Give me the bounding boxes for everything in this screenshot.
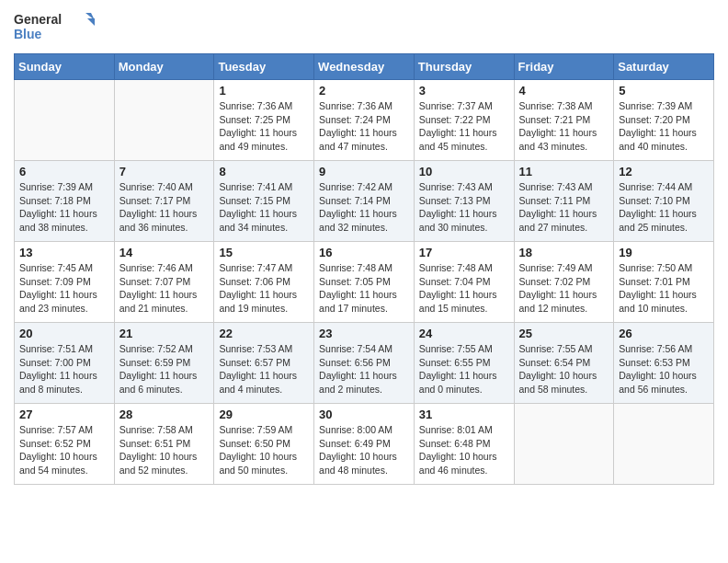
day-info: Sunrise: 7:48 AMSunset: 7:04 PMDaylight:…: [419, 261, 509, 316]
day-number: 30: [319, 408, 409, 421]
calendar-week-row: 20Sunrise: 7:51 AMSunset: 7:00 PMDayligh…: [15, 323, 714, 404]
svg-text:Blue: Blue: [14, 27, 42, 41]
day-info: Sunrise: 7:40 AMSunset: 7:17 PMDaylight:…: [119, 180, 210, 235]
col-header-saturday: Saturday: [614, 54, 714, 80]
day-number: 1: [219, 84, 309, 98]
col-header-wednesday: Wednesday: [314, 54, 415, 80]
day-info: Sunrise: 7:43 AMSunset: 7:13 PMDaylight:…: [419, 180, 509, 235]
logo: General Blue: [14, 9, 97, 46]
calendar-cell: 30Sunrise: 8:00 AMSunset: 6:49 PMDayligh…: [314, 404, 415, 485]
day-info: Sunrise: 7:51 AMSunset: 7:00 PMDaylight:…: [19, 342, 109, 396]
day-number: 2: [319, 84, 409, 98]
day-number: 5: [619, 84, 709, 98]
day-number: 27: [19, 408, 109, 421]
calendar-cell: 1Sunrise: 7:36 AMSunset: 7:25 PMDaylight…: [214, 80, 314, 161]
calendar-cell: 2Sunrise: 7:36 AMSunset: 7:24 PMDaylight…: [314, 80, 415, 161]
col-header-tuesday: Tuesday: [214, 54, 314, 80]
day-number: 21: [119, 327, 210, 340]
day-info: Sunrise: 7:38 AMSunset: 7:21 PMDaylight:…: [519, 99, 609, 154]
day-number: 28: [119, 408, 210, 421]
calendar-cell: 10Sunrise: 7:43 AMSunset: 7:13 PMDayligh…: [414, 161, 514, 242]
col-header-friday: Friday: [514, 54, 614, 80]
day-info: Sunrise: 7:43 AMSunset: 7:11 PMDaylight:…: [519, 180, 609, 235]
day-number: 17: [419, 246, 509, 259]
calendar-cell: [614, 404, 714, 485]
day-info: Sunrise: 7:50 AMSunset: 7:01 PMDaylight:…: [619, 261, 709, 316]
day-number: 25: [519, 327, 609, 340]
day-info: Sunrise: 7:41 AMSunset: 7:15 PMDaylight:…: [219, 180, 309, 235]
logo-graphic: General Blue: [14, 9, 97, 46]
calendar-cell: 31Sunrise: 8:01 AMSunset: 6:48 PMDayligh…: [414, 404, 514, 485]
calendar-week-row: 13Sunrise: 7:45 AMSunset: 7:09 PMDayligh…: [15, 242, 714, 323]
calendar-cell: 9Sunrise: 7:42 AMSunset: 7:14 PMDaylight…: [314, 161, 415, 242]
day-number: 12: [619, 165, 709, 178]
calendar-cell: 16Sunrise: 7:48 AMSunset: 7:05 PMDayligh…: [314, 242, 415, 323]
calendar-cell: 27Sunrise: 7:57 AMSunset: 6:52 PMDayligh…: [15, 404, 115, 485]
calendar-cell: 20Sunrise: 7:51 AMSunset: 7:00 PMDayligh…: [15, 323, 115, 404]
header: General Blue: [14, 9, 714, 46]
calendar-cell: 14Sunrise: 7:46 AMSunset: 7:07 PMDayligh…: [114, 242, 214, 323]
calendar-cell: 19Sunrise: 7:50 AMSunset: 7:01 PMDayligh…: [614, 242, 714, 323]
day-number: 22: [219, 327, 309, 340]
calendar-cell: [514, 404, 614, 485]
day-info: Sunrise: 7:47 AMSunset: 7:06 PMDaylight:…: [219, 261, 309, 316]
day-number: 15: [219, 246, 309, 259]
svg-text:General: General: [14, 12, 62, 27]
calendar-cell: 6Sunrise: 7:39 AMSunset: 7:18 PMDaylight…: [15, 161, 115, 242]
calendar-cell: 22Sunrise: 7:53 AMSunset: 6:57 PMDayligh…: [214, 323, 314, 404]
calendar-cell: 24Sunrise: 7:55 AMSunset: 6:55 PMDayligh…: [414, 323, 514, 404]
calendar-cell: 21Sunrise: 7:52 AMSunset: 6:59 PMDayligh…: [114, 323, 214, 404]
day-info: Sunrise: 7:36 AMSunset: 7:24 PMDaylight:…: [319, 99, 409, 154]
day-number: 14: [119, 246, 210, 259]
svg-marker-3: [87, 18, 95, 26]
calendar-header-row: SundayMondayTuesdayWednesdayThursdayFrid…: [15, 54, 714, 80]
day-number: 10: [419, 165, 509, 178]
day-number: 7: [119, 165, 210, 178]
day-info: Sunrise: 7:48 AMSunset: 7:05 PMDaylight:…: [319, 261, 409, 316]
calendar-cell: 29Sunrise: 7:59 AMSunset: 6:50 PMDayligh…: [214, 404, 314, 485]
calendar-cell: 12Sunrise: 7:44 AMSunset: 7:10 PMDayligh…: [614, 161, 714, 242]
day-number: 18: [519, 246, 609, 259]
day-info: Sunrise: 7:36 AMSunset: 7:25 PMDaylight:…: [219, 99, 309, 154]
day-info: Sunrise: 7:37 AMSunset: 7:22 PMDaylight:…: [419, 99, 509, 154]
calendar-cell: 4Sunrise: 7:38 AMSunset: 7:21 PMDaylight…: [514, 80, 614, 161]
col-header-sunday: Sunday: [15, 54, 115, 80]
calendar-cell: 5Sunrise: 7:39 AMSunset: 7:20 PMDaylight…: [614, 80, 714, 161]
day-info: Sunrise: 7:54 AMSunset: 6:56 PMDaylight:…: [319, 342, 409, 396]
calendar-cell: 7Sunrise: 7:40 AMSunset: 7:17 PMDaylight…: [114, 161, 214, 242]
day-number: 8: [219, 165, 309, 178]
day-number: 11: [519, 165, 609, 178]
col-header-thursday: Thursday: [414, 54, 514, 80]
day-info: Sunrise: 7:46 AMSunset: 7:07 PMDaylight:…: [119, 261, 210, 316]
day-info: Sunrise: 7:42 AMSunset: 7:14 PMDaylight:…: [319, 180, 409, 235]
day-number: 19: [619, 246, 709, 259]
day-number: 29: [219, 408, 309, 421]
day-info: Sunrise: 7:49 AMSunset: 7:02 PMDaylight:…: [519, 261, 609, 316]
day-info: Sunrise: 7:45 AMSunset: 7:09 PMDaylight:…: [19, 261, 109, 316]
day-info: Sunrise: 7:53 AMSunset: 6:57 PMDaylight:…: [219, 342, 309, 396]
day-info: Sunrise: 7:44 AMSunset: 7:10 PMDaylight:…: [619, 180, 709, 235]
page: General Blue SundayMondayTuesdayWednesda…: [0, 0, 728, 494]
calendar-cell: [114, 80, 214, 161]
day-number: 23: [319, 327, 409, 340]
day-info: Sunrise: 7:39 AMSunset: 7:18 PMDaylight:…: [19, 180, 109, 235]
day-info: Sunrise: 7:58 AMSunset: 6:51 PMDaylight:…: [119, 423, 210, 477]
day-info: Sunrise: 8:00 AMSunset: 6:49 PMDaylight:…: [319, 423, 409, 477]
day-info: Sunrise: 7:57 AMSunset: 6:52 PMDaylight:…: [19, 423, 109, 477]
calendar-table: SundayMondayTuesdayWednesdayThursdayFrid…: [14, 53, 714, 485]
day-info: Sunrise: 7:39 AMSunset: 7:20 PMDaylight:…: [619, 99, 709, 154]
col-header-monday: Monday: [114, 54, 214, 80]
calendar-cell: 25Sunrise: 7:55 AMSunset: 6:54 PMDayligh…: [514, 323, 614, 404]
calendar-cell: 23Sunrise: 7:54 AMSunset: 6:56 PMDayligh…: [314, 323, 415, 404]
day-number: 31: [419, 408, 509, 421]
day-number: 6: [19, 165, 109, 178]
day-number: 16: [319, 246, 409, 259]
calendar-cell: 26Sunrise: 7:56 AMSunset: 6:53 PMDayligh…: [614, 323, 714, 404]
day-info: Sunrise: 7:55 AMSunset: 6:54 PMDaylight:…: [519, 342, 609, 396]
calendar-cell: 11Sunrise: 7:43 AMSunset: 7:11 PMDayligh…: [514, 161, 614, 242]
day-number: 9: [319, 165, 409, 178]
calendar-week-row: 27Sunrise: 7:57 AMSunset: 6:52 PMDayligh…: [15, 404, 714, 485]
day-number: 24: [419, 327, 509, 340]
calendar-cell: 8Sunrise: 7:41 AMSunset: 7:15 PMDaylight…: [214, 161, 314, 242]
calendar-cell: 28Sunrise: 7:58 AMSunset: 6:51 PMDayligh…: [114, 404, 214, 485]
